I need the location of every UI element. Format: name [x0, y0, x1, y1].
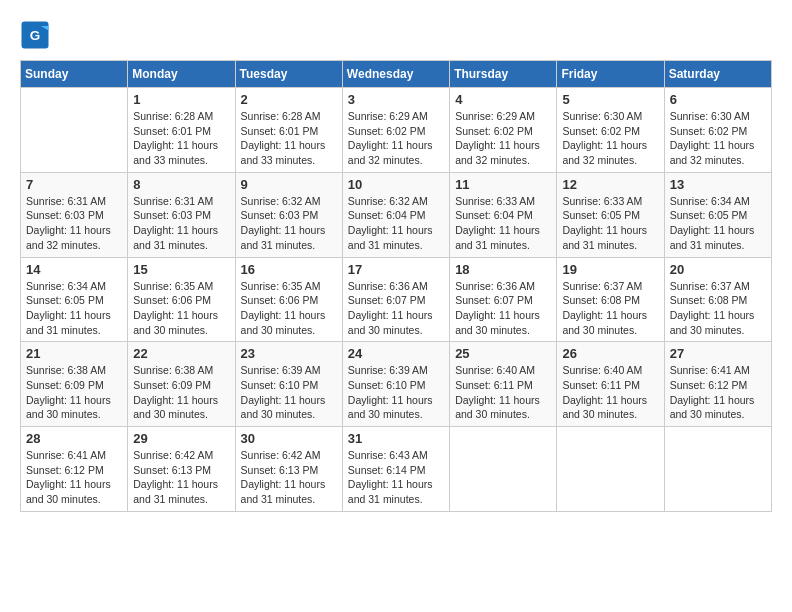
calendar-cell: 4Sunrise: 6:29 AMSunset: 6:02 PMDaylight…	[450, 88, 557, 173]
day-info: Sunrise: 6:31 AMSunset: 6:03 PMDaylight:…	[26, 194, 122, 253]
weekday-header-monday: Monday	[128, 61, 235, 88]
logo: G	[20, 20, 54, 50]
calendar-cell: 25Sunrise: 6:40 AMSunset: 6:11 PMDayligh…	[450, 342, 557, 427]
day-number: 25	[455, 346, 551, 361]
weekday-header-saturday: Saturday	[664, 61, 771, 88]
calendar-cell: 5Sunrise: 6:30 AMSunset: 6:02 PMDaylight…	[557, 88, 664, 173]
calendar-cell: 15Sunrise: 6:35 AMSunset: 6:06 PMDayligh…	[128, 257, 235, 342]
calendar-cell: 21Sunrise: 6:38 AMSunset: 6:09 PMDayligh…	[21, 342, 128, 427]
calendar-cell: 23Sunrise: 6:39 AMSunset: 6:10 PMDayligh…	[235, 342, 342, 427]
day-info: Sunrise: 6:37 AMSunset: 6:08 PMDaylight:…	[670, 279, 766, 338]
day-info: Sunrise: 6:32 AMSunset: 6:04 PMDaylight:…	[348, 194, 444, 253]
day-info: Sunrise: 6:29 AMSunset: 6:02 PMDaylight:…	[348, 109, 444, 168]
day-number: 29	[133, 431, 229, 446]
calendar-cell	[21, 88, 128, 173]
calendar-cell: 17Sunrise: 6:36 AMSunset: 6:07 PMDayligh…	[342, 257, 449, 342]
day-number: 9	[241, 177, 337, 192]
day-number: 7	[26, 177, 122, 192]
day-info: Sunrise: 6:29 AMSunset: 6:02 PMDaylight:…	[455, 109, 551, 168]
day-number: 23	[241, 346, 337, 361]
day-info: Sunrise: 6:41 AMSunset: 6:12 PMDaylight:…	[26, 448, 122, 507]
calendar-cell: 12Sunrise: 6:33 AMSunset: 6:05 PMDayligh…	[557, 172, 664, 257]
calendar-cell: 19Sunrise: 6:37 AMSunset: 6:08 PMDayligh…	[557, 257, 664, 342]
day-number: 27	[670, 346, 766, 361]
day-info: Sunrise: 6:37 AMSunset: 6:08 PMDaylight:…	[562, 279, 658, 338]
day-number: 26	[562, 346, 658, 361]
day-info: Sunrise: 6:35 AMSunset: 6:06 PMDaylight:…	[133, 279, 229, 338]
calendar-week-row: 21Sunrise: 6:38 AMSunset: 6:09 PMDayligh…	[21, 342, 772, 427]
calendar-table: SundayMondayTuesdayWednesdayThursdayFrid…	[20, 60, 772, 512]
calendar-cell: 27Sunrise: 6:41 AMSunset: 6:12 PMDayligh…	[664, 342, 771, 427]
day-info: Sunrise: 6:33 AMSunset: 6:04 PMDaylight:…	[455, 194, 551, 253]
day-info: Sunrise: 6:34 AMSunset: 6:05 PMDaylight:…	[670, 194, 766, 253]
calendar-cell: 29Sunrise: 6:42 AMSunset: 6:13 PMDayligh…	[128, 427, 235, 512]
calendar-cell: 20Sunrise: 6:37 AMSunset: 6:08 PMDayligh…	[664, 257, 771, 342]
calendar-cell: 10Sunrise: 6:32 AMSunset: 6:04 PMDayligh…	[342, 172, 449, 257]
day-info: Sunrise: 6:31 AMSunset: 6:03 PMDaylight:…	[133, 194, 229, 253]
calendar-cell: 13Sunrise: 6:34 AMSunset: 6:05 PMDayligh…	[664, 172, 771, 257]
day-number: 4	[455, 92, 551, 107]
calendar-cell: 9Sunrise: 6:32 AMSunset: 6:03 PMDaylight…	[235, 172, 342, 257]
calendar-cell	[557, 427, 664, 512]
day-number: 18	[455, 262, 551, 277]
calendar-cell: 16Sunrise: 6:35 AMSunset: 6:06 PMDayligh…	[235, 257, 342, 342]
day-info: Sunrise: 6:40 AMSunset: 6:11 PMDaylight:…	[455, 363, 551, 422]
weekday-header-thursday: Thursday	[450, 61, 557, 88]
weekday-header-tuesday: Tuesday	[235, 61, 342, 88]
weekday-header-wednesday: Wednesday	[342, 61, 449, 88]
calendar-cell: 28Sunrise: 6:41 AMSunset: 6:12 PMDayligh…	[21, 427, 128, 512]
day-info: Sunrise: 6:34 AMSunset: 6:05 PMDaylight:…	[26, 279, 122, 338]
calendar-cell	[450, 427, 557, 512]
day-info: Sunrise: 6:36 AMSunset: 6:07 PMDaylight:…	[348, 279, 444, 338]
calendar-cell: 24Sunrise: 6:39 AMSunset: 6:10 PMDayligh…	[342, 342, 449, 427]
calendar-week-row: 28Sunrise: 6:41 AMSunset: 6:12 PMDayligh…	[21, 427, 772, 512]
day-number: 22	[133, 346, 229, 361]
page-header: G	[20, 20, 772, 50]
day-number: 17	[348, 262, 444, 277]
day-number: 2	[241, 92, 337, 107]
day-number: 14	[26, 262, 122, 277]
day-number: 3	[348, 92, 444, 107]
day-number: 28	[26, 431, 122, 446]
day-number: 13	[670, 177, 766, 192]
weekday-header-friday: Friday	[557, 61, 664, 88]
day-number: 6	[670, 92, 766, 107]
day-number: 10	[348, 177, 444, 192]
calendar-cell: 14Sunrise: 6:34 AMSunset: 6:05 PMDayligh…	[21, 257, 128, 342]
day-number: 24	[348, 346, 444, 361]
calendar-cell: 7Sunrise: 6:31 AMSunset: 6:03 PMDaylight…	[21, 172, 128, 257]
day-info: Sunrise: 6:38 AMSunset: 6:09 PMDaylight:…	[26, 363, 122, 422]
day-number: 16	[241, 262, 337, 277]
calendar-cell: 6Sunrise: 6:30 AMSunset: 6:02 PMDaylight…	[664, 88, 771, 173]
calendar-week-row: 14Sunrise: 6:34 AMSunset: 6:05 PMDayligh…	[21, 257, 772, 342]
calendar-cell: 11Sunrise: 6:33 AMSunset: 6:04 PMDayligh…	[450, 172, 557, 257]
day-info: Sunrise: 6:39 AMSunset: 6:10 PMDaylight:…	[348, 363, 444, 422]
day-info: Sunrise: 6:40 AMSunset: 6:11 PMDaylight:…	[562, 363, 658, 422]
calendar-header-row: SundayMondayTuesdayWednesdayThursdayFrid…	[21, 61, 772, 88]
calendar-cell: 8Sunrise: 6:31 AMSunset: 6:03 PMDaylight…	[128, 172, 235, 257]
calendar-week-row: 1Sunrise: 6:28 AMSunset: 6:01 PMDaylight…	[21, 88, 772, 173]
calendar-cell: 18Sunrise: 6:36 AMSunset: 6:07 PMDayligh…	[450, 257, 557, 342]
day-info: Sunrise: 6:42 AMSunset: 6:13 PMDaylight:…	[241, 448, 337, 507]
day-info: Sunrise: 6:35 AMSunset: 6:06 PMDaylight:…	[241, 279, 337, 338]
day-info: Sunrise: 6:38 AMSunset: 6:09 PMDaylight:…	[133, 363, 229, 422]
day-number: 15	[133, 262, 229, 277]
svg-text:G: G	[30, 28, 41, 43]
day-info: Sunrise: 6:43 AMSunset: 6:14 PMDaylight:…	[348, 448, 444, 507]
calendar-cell: 1Sunrise: 6:28 AMSunset: 6:01 PMDaylight…	[128, 88, 235, 173]
weekday-header-sunday: Sunday	[21, 61, 128, 88]
day-info: Sunrise: 6:30 AMSunset: 6:02 PMDaylight:…	[670, 109, 766, 168]
day-number: 19	[562, 262, 658, 277]
day-info: Sunrise: 6:28 AMSunset: 6:01 PMDaylight:…	[241, 109, 337, 168]
day-number: 1	[133, 92, 229, 107]
calendar-cell: 3Sunrise: 6:29 AMSunset: 6:02 PMDaylight…	[342, 88, 449, 173]
calendar-cell	[664, 427, 771, 512]
day-info: Sunrise: 6:36 AMSunset: 6:07 PMDaylight:…	[455, 279, 551, 338]
day-number: 30	[241, 431, 337, 446]
day-info: Sunrise: 6:28 AMSunset: 6:01 PMDaylight:…	[133, 109, 229, 168]
day-info: Sunrise: 6:30 AMSunset: 6:02 PMDaylight:…	[562, 109, 658, 168]
day-number: 31	[348, 431, 444, 446]
day-info: Sunrise: 6:42 AMSunset: 6:13 PMDaylight:…	[133, 448, 229, 507]
day-number: 8	[133, 177, 229, 192]
day-number: 12	[562, 177, 658, 192]
